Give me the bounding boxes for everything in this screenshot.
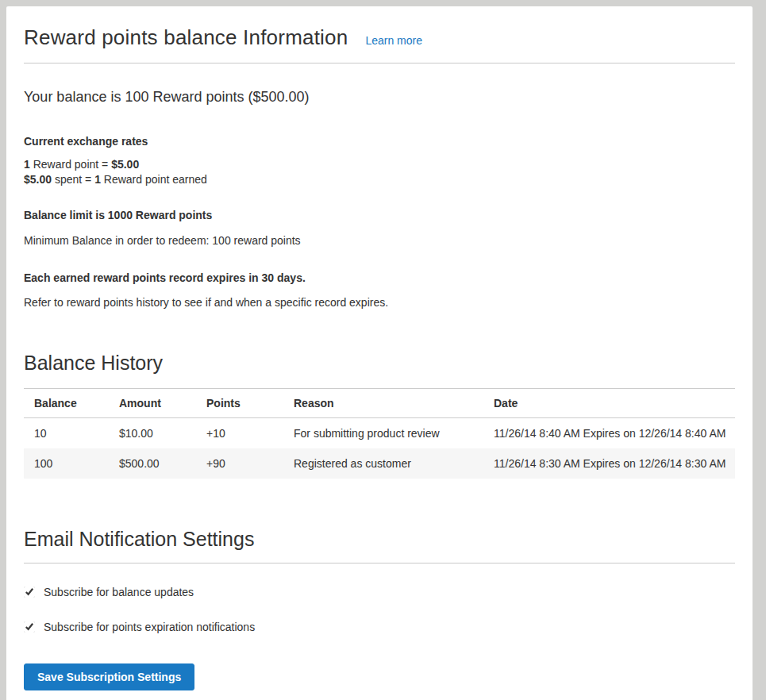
exchange-rate-earn: 1 Reward point = $5.00 <box>24 157 735 172</box>
table-row: 10 $10.00 +10 For submitting product rev… <box>24 418 735 449</box>
balance-summary: Your balance is 100 Reward points ($500.… <box>24 89 735 106</box>
reward-points-panel: Reward points balance Information Learn … <box>6 6 753 700</box>
balance-updates-option: Subscribe for balance updates <box>24 586 735 598</box>
table-header-row: Balance Amount Points Reason Date <box>24 389 735 418</box>
learn-more-link[interactable]: Learn more <box>365 34 422 47</box>
cell-amount: $500.00 <box>109 448 196 479</box>
table-row: 100 $500.00 +90 Registered as customer 1… <box>24 448 735 479</box>
column-header-reason: Reason <box>283 389 483 418</box>
points-expiration-option: Subscribe for points expiration notifica… <box>24 621 735 633</box>
points-expiration-checkbox[interactable] <box>24 621 35 633</box>
expiry-rule-text: Each earned reward points record expires… <box>24 271 735 284</box>
save-subscription-settings-button[interactable]: Save Subscription Settings <box>24 663 194 690</box>
column-header-amount: Amount <box>109 389 196 418</box>
cell-reason: Registered as customer <box>283 448 483 479</box>
cell-date: 11/26/14 8:40 AM Expires on 12/26/14 8:4… <box>483 418 735 449</box>
cell-balance: 100 <box>24 448 109 479</box>
column-header-date: Date <box>483 389 735 418</box>
cell-balance: 10 <box>24 418 109 449</box>
email-settings-title: Email Notification Settings <box>24 528 735 563</box>
points-expiration-label[interactable]: Subscribe for points expiration notifica… <box>44 621 255 633</box>
cell-reason: For submitting product review <box>283 418 483 449</box>
balance-updates-checkbox[interactable] <box>24 587 35 598</box>
balance-updates-label[interactable]: Subscribe for balance updates <box>44 586 194 598</box>
balance-history-table: Balance Amount Points Reason Date 10 $10… <box>24 388 735 479</box>
page-header: Reward points balance Information Learn … <box>24 17 735 63</box>
exchange-rate-spend: $5.00 spent = 1 Reward point earned <box>24 172 735 187</box>
page-title: Reward points balance Information <box>24 25 348 50</box>
cell-points: +90 <box>196 448 283 479</box>
exchange-rates: 1 Reward point = $5.00 $5.00 spent = 1 R… <box>24 157 735 187</box>
column-header-points: Points <box>196 389 283 418</box>
cell-date: 11/26/14 8:30 AM Expires on 12/26/14 8:3… <box>483 448 735 479</box>
balance-history-title: Balance History <box>24 352 735 375</box>
minimum-balance-text: Minimum Balance in order to redeem: 100 … <box>24 234 735 247</box>
expiry-note-text: Refer to reward points history to see if… <box>24 296 735 309</box>
cell-points: +10 <box>196 418 283 449</box>
column-header-balance: Balance <box>24 389 109 418</box>
cell-amount: $10.00 <box>109 418 196 449</box>
balance-limit-text: Balance limit is 1000 Reward points <box>24 209 735 221</box>
exchange-rates-heading: Current exchange rates <box>24 135 735 148</box>
